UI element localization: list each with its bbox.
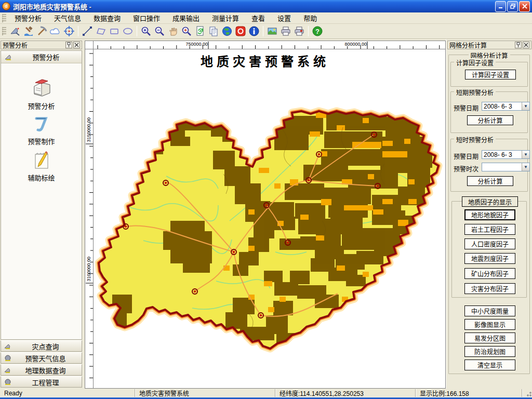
line-tool-icon[interactable]: [81, 25, 94, 38]
menu-weather-info[interactable]: 天气信息: [48, 12, 87, 24]
zoom-window-icon[interactable]: [180, 25, 193, 38]
chevron-down-icon[interactable]: ▼: [522, 102, 529, 110]
left-panel-header[interactable]: 预警分析: [1, 51, 82, 63]
print-icon[interactable]: [279, 25, 292, 38]
globe-tool-icon: [4, 355, 12, 362]
menu-data-query[interactable]: 数据查询: [87, 12, 127, 24]
bar-geo-data-query[interactable]: 地理数据查询: [1, 364, 82, 376]
globe-icon[interactable]: [220, 25, 234, 38]
short-time-date-combo[interactable]: 2008- 6- 3 ▼: [482, 150, 530, 159]
right-panel: 网格分析计算 网格分析计算 计算因子设置 计算因子设置 短期预警分析 预警日期 …: [446, 39, 532, 389]
cloud-icon[interactable]: [49, 25, 62, 38]
pin-icon[interactable]: [65, 42, 72, 48]
chevron-down-icon[interactable]: ▼: [522, 163, 529, 171]
horizontal-ruler: 750000.00800000.00: [94, 41, 446, 49]
chevron-down-icon[interactable]: ▼: [522, 151, 529, 158]
status-coordinates: 经纬度:114.140551,28.250253: [275, 389, 416, 397]
right-panel-title: 网格分析计算: [449, 41, 487, 49]
stop-icon[interactable]: [234, 25, 247, 38]
menu-help[interactable]: 帮助: [297, 12, 323, 24]
map-canvas[interactable]: 地质灾害预警系统: [94, 49, 446, 389]
print-preview-icon[interactable]: [292, 25, 306, 38]
close-button[interactable]: [519, 1, 530, 12]
title-bar: d 浏阳市地质灾害预警系统 -: [0, 0, 532, 12]
resize-grip[interactable]: [525, 390, 532, 397]
bar-warning-weather[interactable]: 预警天气信息: [1, 352, 82, 364]
polygon-tool-icon[interactable]: [94, 25, 108, 38]
ruler-label: 750000.00: [185, 42, 208, 47]
restore-button[interactable]: [507, 1, 518, 12]
left-panel: 预警分析 预警分析 预警分析: [0, 39, 83, 389]
clear-display-button[interactable]: 清空显示: [464, 360, 515, 370]
target-icon[interactable]: [62, 25, 76, 38]
radar-icon[interactable]: [8, 25, 22, 38]
short-time-session-combo[interactable]: ▼: [482, 163, 530, 171]
minimize-button[interactable]: [495, 1, 506, 12]
svg-text:?: ?: [315, 28, 320, 35]
dish-icon: [4, 343, 12, 350]
pick-icon[interactable]: [35, 25, 49, 38]
status-bar: Ready 地质灾害预警系统 经纬度:114.140551,28.250253 …: [0, 389, 532, 397]
zoom-in-icon[interactable]: [139, 25, 153, 38]
tool-warning-analysis[interactable]: 预警分析: [1, 78, 82, 111]
tool-aux-plot[interactable]: 辅助标绘: [1, 150, 82, 182]
menu-warning-analysis[interactable]: 预警分析: [8, 12, 48, 24]
menu-settings[interactable]: 设置: [271, 12, 297, 24]
left-header-label: 预警分析: [14, 52, 78, 62]
calc-factor-group-label: 计算因子设置: [454, 58, 496, 67]
close-icon[interactable]: [523, 42, 529, 48]
toolbar-gripper[interactable]: [2, 27, 6, 35]
toolbar-separator: [308, 26, 309, 36]
pan-icon[interactable]: [166, 25, 180, 38]
info-icon[interactable]: [247, 25, 261, 38]
status-ready: Ready: [0, 389, 135, 397]
toolbar: ?: [0, 24, 532, 39]
tool-warning-make[interactable]: 预警制作: [1, 113, 82, 146]
ruler-label: 3100000.00: [86, 257, 91, 282]
dish-icon: [4, 367, 12, 374]
image-display-button[interactable]: 影像图显示: [464, 319, 515, 330]
calc-factor-settings-button[interactable]: 计算因子设置: [465, 70, 516, 79]
population-factor-button[interactable]: 人口密度因子: [464, 238, 515, 249]
rainfall-scale-button[interactable]: 中小尺度雨量: [464, 305, 515, 316]
short-term-group: 短期预警分析: [450, 91, 528, 133]
bar-project-manage[interactable]: 工程管理: [1, 376, 82, 388]
menu-measure-calc[interactable]: 测量计算: [206, 12, 245, 24]
image-icon[interactable]: [265, 25, 279, 38]
geo-factor-group-button[interactable]: 地质因子的显示: [462, 196, 518, 207]
close-icon[interactable]: [73, 42, 80, 48]
susceptibility-map-button[interactable]: 易发分区图: [464, 332, 515, 343]
short-term-date-combo[interactable]: 2008- 6- 3 ▼: [482, 102, 530, 111]
menu-gripper[interactable]: [2, 14, 6, 22]
pin-icon[interactable]: [515, 42, 522, 48]
map-title: 地质灾害预警系统: [201, 54, 329, 69]
zoom-out-icon[interactable]: [153, 25, 166, 38]
ellipse-tool-icon[interactable]: [121, 25, 135, 38]
left-panel-titlebar: 预警分析: [1, 41, 82, 49]
menu-view[interactable]: 查看: [245, 12, 271, 24]
menu-bar: 预警分析 天气信息 数据查询 窗口操作 成果输出 测量计算 查看 设置 帮助: [0, 12, 532, 24]
mine-factor-button[interactable]: 矿山分布因子: [464, 268, 515, 279]
short-time-session-label: 预警时次: [454, 164, 478, 173]
seismic-factor-button[interactable]: 地震烈度因子: [464, 253, 515, 264]
terrain-factor-button[interactable]: 地形地貌因子: [464, 209, 515, 220]
rect-tool-icon[interactable]: [108, 25, 121, 38]
tool-label: 预警制作: [28, 138, 55, 145]
bar-disaster-query[interactable]: 灾点查询: [1, 340, 82, 352]
book-icon: [30, 78, 53, 99]
prevention-plan-button[interactable]: 防治规划图: [464, 346, 515, 357]
copy-icon[interactable]: [207, 25, 220, 38]
bar-label: 预警天气信息: [12, 353, 78, 363]
left-panel-body: 预警分析 预警分析 预警制作: [1, 50, 82, 340]
short-time-analyze-button[interactable]: 分析计算: [467, 176, 513, 186]
refresh-icon[interactable]: [193, 25, 207, 38]
notepad-pencil-icon: [30, 150, 53, 170]
menu-window-ops[interactable]: 窗口操作: [127, 12, 166, 24]
geotech-factor-button[interactable]: 岩土工程因子: [464, 224, 515, 235]
short-term-analyze-button[interactable]: 分析计算: [467, 115, 513, 125]
bar-label: 地理数据查询: [12, 365, 78, 375]
survey-icon[interactable]: [22, 25, 35, 38]
menu-result-output[interactable]: 成果输出: [166, 12, 206, 24]
help-icon[interactable]: ?: [311, 25, 324, 38]
disaster-factor-button[interactable]: 灾害分布因子: [464, 283, 515, 294]
